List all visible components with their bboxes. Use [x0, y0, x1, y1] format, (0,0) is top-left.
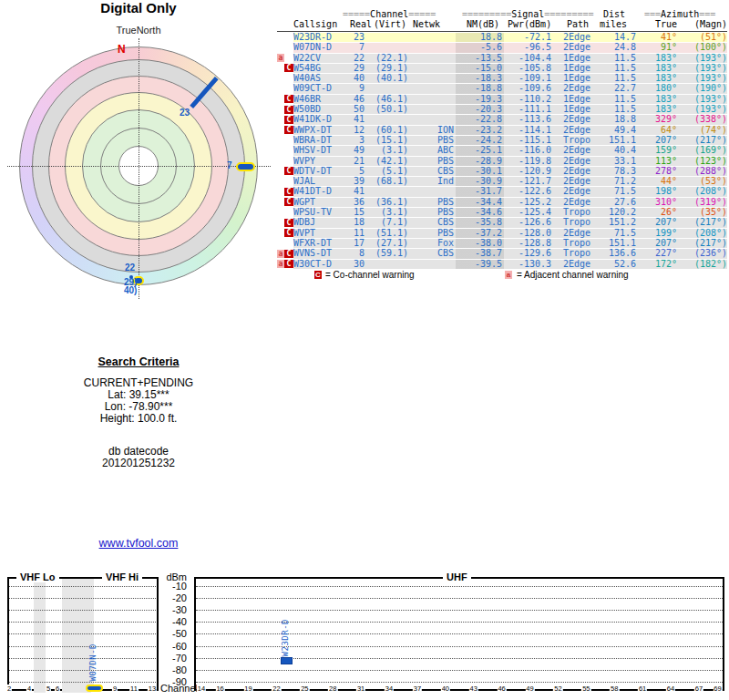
distance-cell: 151.2 [597, 218, 636, 227]
path-cell: Tropo [551, 136, 597, 145]
station-table: W23DR-D2318.8-72.12Edge14.741°(51°)W07DN… [277, 33, 727, 270]
azimuth-true-cell: 183° [636, 54, 677, 63]
callsign-cell: WDTV-DT [293, 167, 350, 176]
path-cell: 1Edge [551, 95, 597, 104]
table-header-underline [277, 31, 727, 32]
callsign-cell: W22CV [293, 54, 350, 63]
noise-margin-cell: -15.0 [456, 64, 504, 73]
dbm-gridline [196, 610, 723, 611]
adjacent-warning-slot [277, 177, 284, 186]
callsign-cell: W09CT-D [293, 84, 350, 93]
channel-tick-label: 49 [525, 685, 534, 693]
azimuth-true-cell: 310° [636, 198, 677, 207]
noise-margin-cell: -30.1 [456, 167, 504, 176]
channel-tick-label: 58 [610, 685, 619, 693]
distance-cell: 151.1 [597, 136, 636, 145]
azimuth-magnetic-cell: (208°) [677, 229, 727, 238]
co-channel-warning-badge: C [284, 188, 293, 196]
channel-tick-label: 46 [497, 685, 506, 693]
noise-margin-cell: -34.6 [456, 208, 504, 217]
co-channel-warning-badge: C [284, 260, 293, 268]
real-channel-cell: 3 [350, 136, 364, 145]
real-channel-cell: 30 [350, 260, 364, 269]
network-cell: CBS [408, 218, 456, 227]
distance-cell: 11.5 [597, 54, 636, 63]
azimuth-magnetic-cell: (236°) [677, 249, 727, 258]
real-channel-cell: 40 [350, 74, 364, 83]
table-row: CWGPT36(36.1)PBS-34.4-125.22Edge27.6310°… [277, 198, 727, 207]
callsign-cell: WPSU-TV [293, 208, 350, 217]
polar-marker-label-22: 22 [125, 263, 135, 273]
virtual-channel-cell [364, 115, 408, 124]
path-cell: 2Edge [551, 146, 597, 155]
path-cell: 2Edge [551, 198, 597, 207]
distance-cell: 71.5 [597, 187, 636, 196]
network-cell: CBS [408, 167, 456, 176]
virtual-channel-cell: (50.1) [364, 105, 408, 114]
power-cell: -109.1 [504, 74, 551, 83]
table-row: W07DN-D7-5.6-96.52Edge24.891°(100°) [277, 43, 727, 52]
virtual-channel-cell: (60.1) [364, 126, 408, 135]
vhf-lo-band-label: VHF Lo [16, 571, 59, 582]
col-header-true: True [655, 20, 677, 29]
dbm-gridline [9, 598, 156, 599]
power-cell: -104.4 [504, 54, 551, 63]
distance-cell: 52.6 [597, 260, 636, 269]
noise-margin-cell: -30.9 [456, 177, 504, 186]
group-header-azimuth: ===Azimuth=== [644, 10, 715, 19]
path-cell: 2Edge [551, 115, 597, 124]
callsign-cell: W41DT-D [293, 187, 350, 196]
table-row: WFXR-DT17(27.1)Fox-38.0-128.8Tropo151.12… [277, 239, 727, 248]
real-channel-cell: 22 [350, 54, 364, 63]
power-cell: -111.1 [504, 105, 551, 114]
azimuth-true-cell: 199° [636, 229, 677, 238]
adjacent-warning-slot [277, 95, 284, 104]
table-row: W23DR-D2318.8-72.12Edge14.741°(51°) [277, 33, 727, 42]
table-row: aW22CV22(22.1)-13.5-104.41Edge11.5183°(1… [277, 54, 727, 63]
distance-cell: 120.2 [597, 208, 636, 217]
distance-cell: 71.2 [597, 177, 636, 186]
channel-tick-label: 64 [666, 685, 675, 693]
channel-tick-label: 37 [413, 685, 422, 693]
adjacent-warning-slot [277, 115, 284, 124]
azimuth-magnetic-cell: (193°) [677, 64, 727, 73]
azimuth-magnetic-cell: (217°) [677, 239, 727, 248]
tvfool-link[interactable]: www.tvfool.com [99, 537, 179, 550]
network-cell: CBS [408, 249, 456, 258]
adjacent-warning-slot [277, 136, 284, 145]
dbm-gridline [9, 622, 156, 623]
distance-cell: 11.5 [597, 74, 636, 83]
azimuth-true-cell: 26° [636, 208, 677, 217]
real-channel-cell: 23 [350, 33, 364, 42]
co-channel-warning-badge: C [284, 229, 293, 237]
network-cell: PBS [408, 198, 456, 207]
channel-tick-label: 40 [441, 685, 450, 693]
adjacent-warning-slot [277, 105, 284, 114]
channel-tick-label: 31 [356, 685, 365, 693]
network-cell [408, 187, 456, 196]
dbm-gridline [9, 610, 156, 611]
azimuth-true-cell: 159° [636, 146, 677, 155]
channel-tick-label: 55 [581, 685, 590, 693]
co-channel-warning-badge: C [284, 198, 293, 206]
noise-margin-cell: -38.0 [456, 239, 504, 248]
power-cell: -96.5 [504, 43, 551, 52]
path-cell: Tropo [551, 239, 597, 248]
adjacent-warning-slot [277, 167, 284, 176]
callsign-cell: W30CT-D [293, 260, 350, 269]
adjacent-warning-slot [277, 208, 284, 217]
azimuth-true-cell: 91° [636, 43, 677, 52]
distance-cell: 22.7 [597, 84, 636, 93]
azimuth-true-cell: 329° [636, 115, 677, 124]
co-channel-warning-slot [284, 208, 293, 217]
callsign-cell: W50BD [293, 105, 350, 114]
co-channel-warning-badge: C [284, 95, 293, 103]
power-cell: -109.6 [504, 84, 551, 93]
adjacent-warning-slot [277, 239, 284, 248]
distance-cell: 11.5 [597, 105, 636, 114]
power-cell: -130.3 [504, 260, 551, 269]
station-signal-marker [281, 657, 293, 664]
azimuth-magnetic-cell: (169°) [677, 146, 727, 155]
table-row: CW46BR46(46.1)-19.3-110.21Edge11.5183°(1… [277, 95, 727, 104]
power-cell: -72.1 [504, 33, 551, 42]
